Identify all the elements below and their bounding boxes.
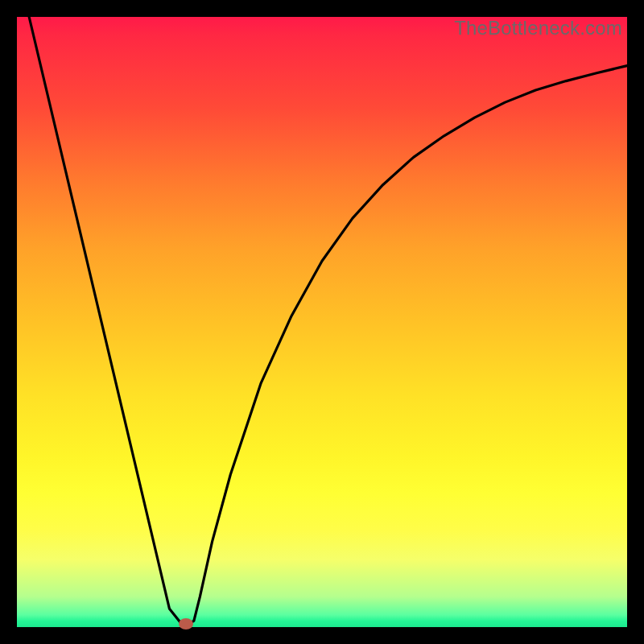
optimum-marker (179, 618, 193, 630)
bottleneck-curve (17, 17, 627, 627)
watermark-text: TheBottleneck.com (454, 17, 622, 39)
chart-frame: TheBottleneck.com (17, 17, 627, 627)
